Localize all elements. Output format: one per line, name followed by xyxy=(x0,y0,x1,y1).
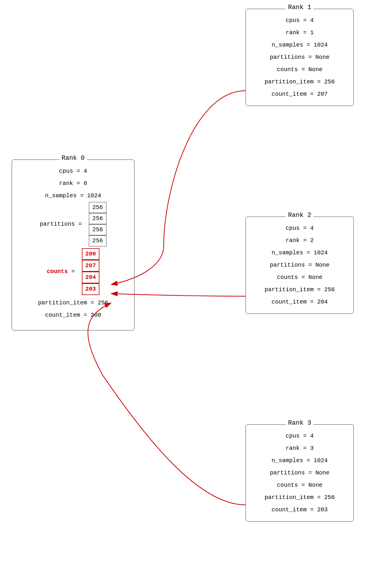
rank2-partitions: partitions = None xyxy=(254,259,345,271)
rank0-part-1: 256 xyxy=(89,213,106,224)
rank0-box: Rank 0 cpus = 4 rank = 0 n_samples = 102… xyxy=(12,160,134,330)
rank0-counts-label: counts xyxy=(47,268,68,275)
rank0-partitions: partitions = 256 256 256 256 xyxy=(20,202,126,246)
rank0-rank: rank = 0 xyxy=(20,177,126,190)
rank3-rank: rank = 3 xyxy=(254,442,345,455)
rank3-cpus: cpus = 4 xyxy=(254,430,345,442)
rank0-part-3: 256 xyxy=(89,235,106,246)
rank3-nsamples: n_samples = 1024 xyxy=(254,455,345,467)
rank2-cpus: cpus = 4 xyxy=(254,222,345,234)
rank1-count-item: count_item = 207 xyxy=(254,88,345,100)
rank3-count-item: count_item = 203 xyxy=(254,504,345,516)
rank2-nsamples: n_samples = 1024 xyxy=(254,247,345,259)
rank0-count-1: 207 xyxy=(82,260,99,272)
rank1-partitions: partitions = None xyxy=(254,51,345,64)
rank3-partition-item: partition_item = 256 xyxy=(254,491,345,504)
rank1-title: Rank 1 xyxy=(286,4,313,11)
rank0-partitions-array: 256 256 256 256 xyxy=(89,202,106,246)
rank1-nsamples: n_samples = 1024 xyxy=(254,39,345,51)
rank0-count-item: count_item = 200 xyxy=(20,309,126,321)
rank3-partitions: partitions = None xyxy=(254,467,345,479)
rank2-counts: counts = None xyxy=(254,271,345,284)
rank0-title: Rank 0 xyxy=(59,155,87,162)
rank0-partition-item: partition_item = 256 xyxy=(20,297,126,309)
rank1-cpus: cpus = 4 xyxy=(254,14,345,27)
rank0-counts-array: 200 207 204 203 xyxy=(82,248,99,295)
rank0-count-2: 204 xyxy=(82,272,99,283)
rank0-part-2: 256 xyxy=(89,224,106,235)
rank0-count-0: 200 xyxy=(82,248,99,260)
rank0-cpus: cpus = 4 xyxy=(20,165,126,177)
rank0-part-0: 256 xyxy=(89,202,106,213)
rank2-count-item: count_item = 204 xyxy=(254,296,345,308)
rank3-title: Rank 3 xyxy=(286,419,313,427)
rank1-counts: counts = None xyxy=(254,64,345,76)
rank1-partition-item: partition_item = 256 xyxy=(254,76,345,88)
rank0-count-3: 203 xyxy=(82,283,99,295)
rank0-counts: counts = 200 207 204 203 xyxy=(20,248,126,295)
rank3-box: Rank 3 cpus = 4 rank = 3 n_samples = 102… xyxy=(246,424,354,522)
rank2-partition-item: partition_item = 256 xyxy=(254,284,345,296)
rank1-box: Rank 1 cpus = 4 rank = 1 n_samples = 102… xyxy=(246,9,354,106)
rank0-nsamples: n_samples = 1024 xyxy=(20,190,126,202)
rank2-box: Rank 2 cpus = 4 rank = 2 n_samples = 102… xyxy=(246,217,354,314)
rank1-rank: rank = 1 xyxy=(254,27,345,39)
rank2-rank: rank = 2 xyxy=(254,234,345,247)
rank3-counts: counts = None xyxy=(254,479,345,491)
rank2-title: Rank 2 xyxy=(286,212,313,219)
